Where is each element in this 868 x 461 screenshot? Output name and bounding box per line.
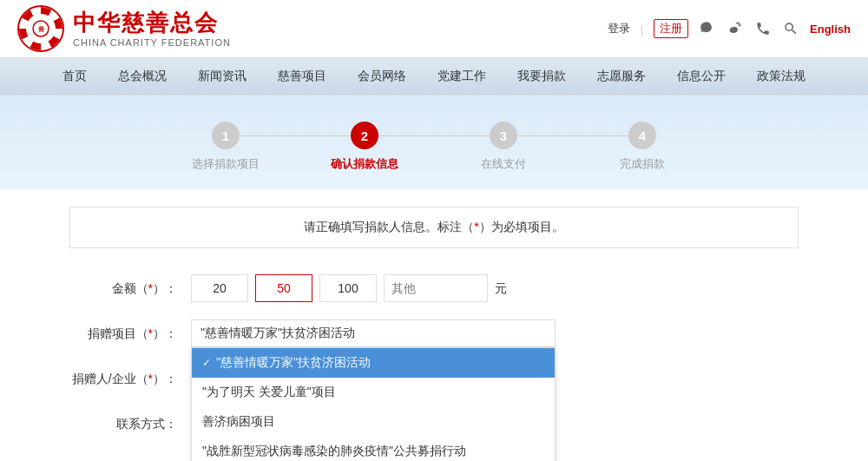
amount-req-star: * [148, 281, 153, 295]
nav-home[interactable]: 首页 [47, 58, 102, 95]
wechat-icon[interactable] [699, 20, 716, 37]
amount-options: 20 50 100 [191, 274, 488, 302]
step-3-label: 在线支付 [481, 156, 526, 172]
header-top: 善 中华慈善总会 CHINA CHARITY FEDERATION 登录 | 注… [0, 0, 868, 58]
step-4-label: 完成捐款 [620, 156, 665, 172]
dropdown-item-text-1: "为了明天 关爱儿童"项目 [202, 385, 336, 400]
dropdown-item-text-3: "战胜新型冠状病毒感染的肺炎疫情"公共募捐行动 [202, 444, 466, 459]
amount-btn-50[interactable]: 50 [255, 274, 312, 302]
header-right: 登录 | 注册 English [608, 19, 851, 38]
amount-other-input[interactable] [384, 274, 488, 302]
step-1: 1 选择捐款项目 [156, 122, 295, 172]
dropdown-item-3[interactable]: "战胜新型冠状病毒感染的肺炎疫情"公共募捐行动 [192, 437, 555, 461]
nav-charity[interactable]: 慈善项目 [262, 58, 342, 95]
amount-btn-20[interactable]: 20 [191, 274, 248, 302]
amount-row: 金额（*）： 20 50 100 元 [69, 274, 799, 302]
amount-label: 金额（*）： [69, 274, 191, 297]
dropdown-item-0[interactable]: ✓ "慈善情暖万家"扶贫济困活动 [192, 348, 555, 378]
contact-label: 联系方式： [69, 410, 191, 432]
dropdown-item-text-2: 善济病困项目 [202, 414, 275, 430]
register-link[interactable]: 注册 [654, 19, 688, 38]
notice-text-2: ）为必填项目。 [479, 220, 564, 234]
donor-req-star: * [148, 372, 153, 385]
nav-policy[interactable]: 政策法规 [741, 58, 821, 95]
language-switch[interactable]: English [810, 23, 851, 36]
step-2-label: 确认捐款信息 [331, 156, 398, 172]
dropdown-item-2[interactable]: 善济病困项目 [192, 407, 555, 437]
step-1-label: 选择捐款项目 [192, 156, 260, 172]
logo-text: 中华慈善总会 CHINA CHARITY FEDERATION [73, 10, 231, 47]
nav-info[interactable]: 信息公开 [661, 58, 741, 95]
logo-icon: 善 [17, 5, 64, 52]
project-dropdown[interactable]: "慈善情暖万家"扶贫济困活动 ✓ "慈善情暖万家"扶贫济困活动 "为了明天 关爱… [191, 319, 556, 347]
step-4-circle: 4 [628, 122, 656, 149]
project-req-star: * [148, 326, 153, 340]
divider-1: | [641, 23, 643, 36]
logo-area: 善 中华慈善总会 CHINA CHARITY FEDERATION [17, 5, 231, 52]
logo-zh-text: 中华慈善总会 [73, 10, 231, 36]
nav-volunteer[interactable]: 志愿服务 [582, 58, 661, 95]
project-label: 捐赠项目（*）： [69, 319, 191, 342]
project-row: 捐赠项目（*）： "慈善情暖万家"扶贫济困活动 ✓ "慈善情暖万家"扶贫济困活动… [69, 319, 799, 347]
step-4: 4 完成捐款 [573, 122, 712, 172]
nav-donate[interactable]: 我要捐款 [502, 58, 582, 95]
phone-icon[interactable] [754, 20, 772, 37]
step-2: 2 确认捐款信息 [295, 122, 434, 172]
main-content: 请正确填写捐款人信息。标注（*）为必填项目。 金额（*）： 20 50 100 … [43, 189, 825, 461]
weibo-icon[interactable] [727, 20, 744, 37]
donor-label: 捐赠人/企业（*）： [69, 365, 191, 387]
logo-en-text: CHINA CHARITY FEDERATION [73, 37, 231, 48]
notice-text-1: 请正确填写捐款人信息。标注（ [304, 220, 474, 234]
search-icon[interactable] [782, 20, 799, 37]
dropdown-item-1[interactable]: "为了明天 关爱儿童"项目 [192, 378, 555, 407]
nav-party[interactable]: 党建工作 [422, 58, 502, 95]
dropdown-list: ✓ "慈善情暖万家"扶贫济困活动 "为了明天 关爱儿童"项目 善济病困项目 "战… [191, 347, 556, 461]
step-2-circle: 2 [351, 122, 378, 149]
login-link[interactable]: 登录 [608, 21, 630, 36]
info-notice: 请正确填写捐款人信息。标注（*）为必填项目。 [69, 207, 799, 248]
amount-btn-100[interactable]: 100 [319, 274, 377, 302]
amount-unit: 元 [495, 274, 507, 297]
logo-inner-circle: 善 [26, 14, 56, 43]
dropdown-selected-text: "慈善情暖万家"扶贫济困活动 [201, 326, 355, 341]
dropdown-item-text-0: "慈善情暖万家"扶贫济困活动 [216, 355, 371, 371]
step-3: 3 在线支付 [434, 122, 573, 172]
nav-news[interactable]: 新闻资讯 [182, 58, 262, 95]
nav-list: 首页 总会概况 新闻资讯 慈善项目 会员网络 党建工作 我要捐款 志愿服务 信息… [47, 58, 821, 95]
navigation: 首页 总会概况 新闻资讯 慈善项目 会员网络 党建工作 我要捐款 志愿服务 信息… [0, 58, 868, 95]
nav-about[interactable]: 总会概况 [102, 58, 182, 95]
step-1-circle: 1 [212, 122, 240, 149]
nav-members[interactable]: 会员网络 [342, 58, 422, 95]
steps-container: 1 选择捐款项目 2 确认捐款信息 3 在线支付 4 完成捐款 [0, 95, 868, 189]
svg-text:善: 善 [38, 25, 44, 33]
check-icon-0: ✓ [202, 357, 211, 369]
step-3-circle: 3 [490, 122, 517, 149]
dropdown-selected-value[interactable]: "慈善情暖万家"扶贫济困活动 [191, 319, 556, 347]
header: 善 中华慈善总会 CHINA CHARITY FEDERATION 登录 | 注… [0, 0, 868, 95]
